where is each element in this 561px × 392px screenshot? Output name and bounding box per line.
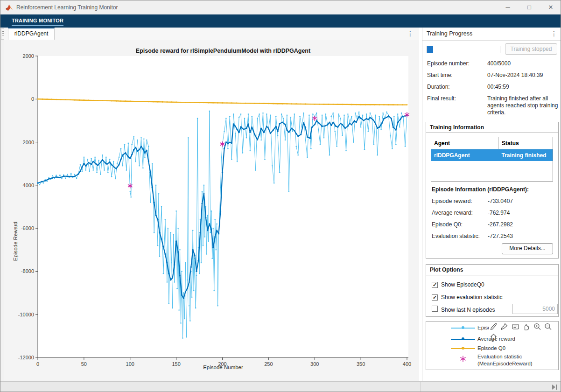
final-result-label: Final result: — [427, 95, 456, 102]
y-tick-label: -2000 — [21, 140, 34, 145]
training-stopped-button[interactable]: Training stopped — [505, 43, 557, 55]
collapse-panel-icon[interactable] — [551, 384, 558, 390]
show-last-n-label: Show last N episodes — [441, 307, 495, 313]
duration-label: Duration: — [427, 84, 450, 90]
title-bar: Reinforcement Learning Training Monitor … — [0, 0, 561, 15]
average-reward-label: Average reward: — [432, 210, 473, 216]
show-eval-checkbox[interactable]: ✓ — [432, 294, 438, 301]
legend-q0-dot — [462, 347, 464, 350]
brush-icon[interactable] — [500, 322, 509, 331]
final-result-value: Training finished after all agents reach… — [487, 95, 558, 116]
show-last-n-checkbox[interactable] — [432, 306, 438, 312]
minimize-button[interactable]: ─ — [497, 0, 519, 14]
legend-eval-asterisk — [459, 355, 467, 363]
tab-bar-menu-icon[interactable]: ⋮ — [407, 30, 414, 37]
x-tick-label: 0 — [36, 361, 39, 367]
y-tick-label: -4000 — [21, 182, 34, 188]
axes-toolbar — [489, 322, 557, 334]
legend-episode-dot — [462, 326, 464, 329]
evaluation-statistic-value: -727.2543 — [488, 233, 513, 239]
legend-eval-label-line2: (MeanEpisodeReward) — [477, 361, 533, 366]
agent-table-row[interactable]: rlDDPGAgent Training finished — [431, 149, 553, 161]
datatip-icon[interactable] — [511, 322, 520, 331]
show-eval-row: ✓Show evaluation statistic — [432, 293, 502, 301]
bottom-status-strip — [0, 381, 561, 392]
episode-number-value: 400/5000 — [487, 60, 511, 67]
ribbon-tab-training-monitor[interactable]: TRAINING MONITOR — [12, 18, 63, 26]
duration-value: 00:45:59 — [487, 84, 509, 90]
progress-fill — [427, 46, 433, 53]
tab-rlddpgagent[interactable]: rlDDPGAgent — [8, 28, 55, 40]
y-tick-label: -6000 — [21, 225, 34, 231]
episode-number-label: Episode number: — [427, 60, 470, 67]
x-tick-label: 50 — [81, 361, 87, 367]
legend-average-label: Average reward — [477, 336, 515, 342]
show-episodeq0-checkbox[interactable]: ✓ — [432, 282, 438, 288]
episode-q0-value: -267.2982 — [488, 221, 513, 228]
start-time-label: Start time: — [427, 72, 453, 78]
episode-reward-label: Episode reward: — [432, 198, 472, 204]
show-episodeq0-label: Show EpisodeQ0 — [441, 281, 484, 288]
zoom-out-icon[interactable] — [544, 322, 553, 331]
agent-name-cell[interactable]: rlDDPGAgent — [431, 149, 499, 161]
progress-bar — [427, 46, 500, 53]
agents-column-agent: Agent — [431, 137, 499, 149]
x-tick-label: 350 — [357, 361, 365, 367]
plot-options-header: Plot Options — [426, 265, 558, 275]
y-tick-label: -8000 — [21, 268, 34, 274]
y-tick-label: -12000 — [18, 355, 34, 360]
x-tick-label: 100 — [126, 361, 134, 367]
y-tick-label: 2000 — [23, 53, 34, 59]
legend-eval-label-line1: Evaluation statistic — [477, 354, 522, 359]
x-tick-label: 400 — [403, 361, 411, 367]
y-tick-label: -10000 — [18, 312, 34, 317]
show-episodeq0-row: ✓Show EpisodeQ0 — [432, 280, 484, 288]
training-progress-panel: Training Progress ⋮ Training stopped Epi… — [422, 28, 561, 381]
matlab-logo-icon — [5, 4, 13, 12]
legend-q0-label: Episode Q0 — [477, 345, 505, 351]
pan-icon[interactable] — [522, 322, 531, 331]
document-tab-bar: rlDDPGAgent ⋮ — [4, 28, 419, 41]
episode-information-header: Episode Information (rlDDPGAgent): — [432, 186, 529, 193]
legend-average-dot — [462, 337, 464, 340]
show-eval-label: Show evaluation statistic — [441, 294, 502, 301]
x-tick-label: 300 — [310, 361, 319, 367]
evaluation-statistic-label: Evaluation statistic: — [432, 233, 480, 239]
maximize-button[interactable]: □ — [519, 0, 540, 14]
x-tick-label: 200 — [218, 361, 226, 367]
training-information-header: Training Information — [426, 122, 558, 133]
episode-q0-label: Episode Q0: — [432, 221, 463, 228]
agent-status-cell[interactable]: Training finished — [499, 149, 553, 161]
training-information-section: Training Information Agent Status rlDDPG… — [426, 122, 559, 259]
export-icon[interactable] — [489, 322, 498, 331]
figure-area: Episode reward for rlSimplePendulumModel… — [4, 40, 419, 381]
panel-header: Training Progress ⋮ — [422, 28, 561, 41]
ribbon: TRAINING MONITOR — [0, 14, 561, 28]
show-last-n-row: Show last N episodes — [432, 305, 495, 314]
x-tick-label: 250 — [264, 361, 273, 367]
panel-menu-icon[interactable]: ⋮ — [551, 30, 557, 37]
agents-table: Agent Status rlDDPGAgent Training finish… — [431, 137, 553, 182]
more-details-button[interactable]: More Details... — [502, 243, 553, 254]
x-tick-label: 150 — [172, 361, 180, 367]
app-window: Reinforcement Learning Training Monitor … — [0, 0, 561, 392]
window-title: Reinforcement Learning Training Monitor — [16, 4, 118, 11]
agents-column-status: Status — [499, 137, 553, 149]
chart-legend-box: Episode reward Average reward Episode Q0… — [426, 321, 559, 370]
n-episodes-input[interactable] — [512, 304, 558, 314]
y-tick-label: 0 — [31, 96, 34, 102]
episode-reward-chart[interactable]: 05010015020025030035040020000-2000-4000-… — [4, 40, 419, 381]
episode-reward-value: -733.0407 — [488, 198, 513, 204]
plot-options-section: Plot Options ✓Show EpisodeQ0 ✓Show evalu… — [426, 264, 559, 317]
close-button[interactable]: ✕ — [540, 0, 561, 14]
panel-title: Training Progress — [427, 30, 472, 37]
average-reward-value: -762.974 — [488, 210, 510, 216]
start-time-value: 07-Nov-2024 18:40:39 — [487, 72, 543, 78]
zoom-in-icon[interactable] — [533, 322, 542, 331]
